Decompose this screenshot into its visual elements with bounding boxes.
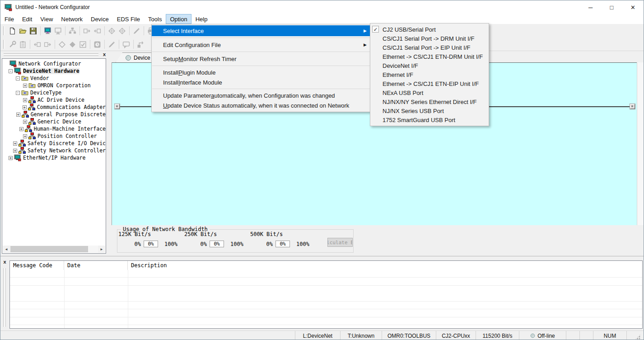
- usage-value-field[interactable]: 0%: [275, 241, 290, 247]
- submenu-item-ethernet-etn-eip[interactable]: Ethernet -> CS/CJ1 ETN-EIP Unit I/F: [370, 79, 489, 88]
- submenu-item-ethernet-if[interactable]: Ethernet I/F: [370, 70, 489, 79]
- tree-horizontal-scrollbar[interactable]: ◄ ►: [3, 246, 105, 253]
- upload-device-button[interactable]: [57, 39, 67, 50]
- canvas-vertical-scrollbar[interactable]: [637, 62, 644, 225]
- message-panel-grip[interactable]: [3, 268, 6, 327]
- menu-tools[interactable]: Tools: [144, 14, 166, 24]
- scroll-right-arrow[interactable]: ►: [98, 246, 105, 253]
- trunk-right-handle[interactable]: [630, 104, 635, 109]
- message-monitor-button[interactable]: [121, 39, 131, 50]
- menu-help[interactable]: Help: [191, 14, 212, 24]
- save-file-button[interactable]: [28, 25, 38, 36]
- download-from-network-button[interactable]: [53, 25, 63, 36]
- tree-item-communications-adapter[interactable]: + Communications Adapter: [2, 104, 106, 111]
- tree-item-generic-device[interactable]: + Generic Device: [2, 118, 106, 125]
- tree-item-ethernet-ip-hardware[interactable]: + EtherNet/IP Hardware: [2, 154, 106, 161]
- device-properties-button[interactable]: [107, 39, 117, 50]
- tree-expand-toggle[interactable]: +: [23, 120, 27, 124]
- menu-item-install-plugin-module[interactable]: Install Plugin Module: [152, 67, 371, 77]
- menu-item-update-parameter-automatically[interactable]: Update Parameter automatically, when Con…: [152, 90, 371, 100]
- tree-item-safety-network-controller[interactable]: + Safety Network Controller: [2, 147, 106, 154]
- menu-item-edit-configuration-file[interactable]: Edit Configuration File ▶: [152, 39, 371, 50]
- tree-expand-toggle[interactable]: +: [23, 98, 27, 102]
- monitor-device-button[interactable]: [92, 39, 103, 50]
- tree-item-ac-drive-device[interactable]: + AC Drive Device: [2, 96, 106, 104]
- tree-expand-toggle[interactable]: +: [23, 84, 27, 88]
- panel-drag-grip[interactable]: [4, 53, 98, 58]
- menu-option[interactable]: Option: [166, 14, 191, 24]
- submenu-item-nj-nx-ny-ethernet-direct[interactable]: NJ/NX/NY Series Ethernet Direct I/F: [370, 97, 489, 106]
- message-list-body[interactable]: [10, 270, 642, 328]
- submenu-item-nexa-usb-port[interactable]: NExA USB Port: [370, 88, 489, 97]
- resize-grip-icon[interactable]: [635, 334, 641, 340]
- open-file-button[interactable]: [18, 25, 28, 36]
- connect-network-b-button[interactable]: [117, 25, 127, 36]
- column-date[interactable]: Date: [64, 261, 128, 270]
- toolbar-grip[interactable]: [3, 40, 5, 49]
- tree-collapse-toggle[interactable]: -: [16, 91, 20, 95]
- upload-to-network-button[interactable]: [42, 25, 53, 36]
- usage-value-field[interactable]: 0%: [144, 241, 158, 247]
- menu-file[interactable]: File: [0, 14, 18, 24]
- clipboard-button[interactable]: [18, 39, 28, 50]
- tree-expand-toggle[interactable]: +: [19, 127, 23, 131]
- menu-item-setup-monitor-refresh-timer[interactable]: Setup Monitor Refresh Timer: [152, 53, 371, 64]
- trunk-left-handle[interactable]: [115, 104, 120, 109]
- download-device-button[interactable]: [67, 39, 78, 50]
- tree-expand-toggle[interactable]: +: [13, 149, 17, 153]
- close-button[interactable]: ✕: [622, 0, 644, 14]
- submenu-item-cj2-usb-serial-port[interactable]: ✓ CJ2 USB/Serial Port: [370, 25, 489, 34]
- menu-device[interactable]: Device: [87, 14, 113, 24]
- tree-expand-toggle[interactable]: +: [23, 134, 27, 138]
- tree-expand-toggle[interactable]: +: [9, 156, 13, 160]
- verify-device-button[interactable]: [78, 39, 88, 50]
- transfer-in-button[interactable]: [92, 25, 103, 36]
- submenu-item-cs-cj1-serial-eip[interactable]: CS/CJ1 Serial Port -> EIP Unit I/F: [370, 43, 489, 52]
- tree-item-vendor[interactable]: - Vendor: [2, 75, 106, 82]
- tree-item-human-machine-interface[interactable]: + Human-Machine Interface: [2, 125, 106, 132]
- new-file-button[interactable]: [7, 25, 18, 36]
- menu-view[interactable]: View: [36, 14, 57, 24]
- maximize-button[interactable]: □: [601, 0, 622, 14]
- tree-item-safety-discrete-io-device[interactable]: + Safety Discrete I/O Devic: [2, 140, 106, 147]
- tree-item-devicenet-hardware[interactable]: - DeviceNet Hardware: [2, 67, 106, 75]
- minimize-button[interactable]: ─: [580, 0, 601, 14]
- connect-network-a-button[interactable]: [107, 25, 117, 36]
- routing-table-button[interactable]: [135, 39, 146, 50]
- edit-connection-button[interactable]: [131, 25, 142, 36]
- tree-item-devicetype[interactable]: - DeviceType: [2, 89, 106, 96]
- toolbar-grip[interactable]: [3, 26, 5, 35]
- tree-expand-toggle[interactable]: +: [13, 142, 17, 146]
- maintenance-tool-button[interactable]: [7, 39, 18, 50]
- tree-collapse-toggle[interactable]: -: [9, 69, 13, 73]
- column-description[interactable]: Description: [128, 261, 642, 270]
- message-panel-close-button[interactable]: x: [2, 259, 8, 265]
- menu-eds-file[interactable]: EDS File: [113, 14, 144, 24]
- scrollbar-thumb[interactable]: [10, 246, 88, 252]
- submenu-item-ethernet-etn-drm[interactable]: Ethernet -> CS/CJ1 ETN-DRM Unit I/F: [370, 52, 489, 61]
- tree-expand-toggle[interactable]: +: [23, 105, 27, 109]
- tree-item-general-purpose-discrete[interactable]: + General Purpose Discrete: [2, 111, 106, 118]
- tree-expand-toggle[interactable]: +: [16, 113, 20, 117]
- submenu-item-cs-cj1-serial-drm[interactable]: CS/CJ1 Serial Port -> DRM Unit I/F: [370, 34, 489, 43]
- column-message-code[interactable]: Message Code: [10, 261, 64, 270]
- export-device-button[interactable]: [42, 39, 53, 50]
- menu-item-select-interface[interactable]: Select Interface ▶: [152, 25, 371, 36]
- transfer-out-button[interactable]: [82, 25, 92, 36]
- tree-collapse-toggle[interactable]: -: [16, 76, 20, 80]
- tree-item-position-controller[interactable]: + Position Controller: [2, 132, 106, 140]
- menu-item-install-interface-module[interactable]: Install Interface Module: [152, 77, 371, 87]
- tree-item-omron-corporation[interactable]: + OMRON Corporation: [2, 82, 106, 89]
- menu-edit[interactable]: Edit: [18, 14, 36, 24]
- tree-item-network-configurator[interactable]: Network Configurator: [2, 60, 106, 67]
- calculate-eps-button[interactable]: alculate EP: [327, 238, 353, 247]
- menu-item-update-device-status-automatically[interactable]: Update Device Status automatically, when…: [152, 100, 371, 110]
- submenu-item-devicenet-if[interactable]: DeviceNet I/F: [370, 61, 489, 70]
- menu-network[interactable]: Network: [57, 14, 87, 24]
- network-devices-button[interactable]: [67, 25, 78, 36]
- submenu-item-nj-nx-usb-port[interactable]: NJ/NX Series USB Port: [370, 106, 489, 115]
- import-device-button[interactable]: [32, 39, 42, 50]
- usage-value-field[interactable]: 0%: [210, 241, 224, 247]
- scroll-left-arrow[interactable]: ◄: [3, 246, 10, 253]
- panel-close-button[interactable]: x: [101, 52, 107, 58]
